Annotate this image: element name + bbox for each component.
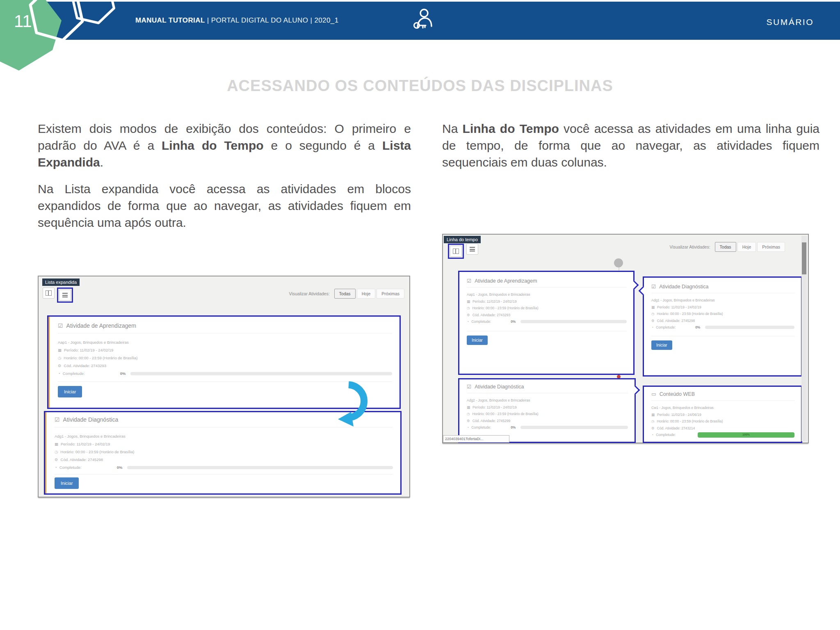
activity-code-text: Cód. Atividade: 2743293	[64, 362, 107, 370]
tooltip-linha-do-tempo: Linha do tempo	[444, 236, 481, 243]
completude-label: Completude:	[471, 424, 507, 431]
timeline-view-button[interactable]	[450, 246, 462, 257]
progress-bar	[520, 426, 628, 429]
document-title: MANUAL TUTORIAL | PORTAL DIGITAL DO ALUN…	[135, 16, 339, 25]
completude-icon: ◔	[58, 370, 60, 377]
tooltip-lista-expandida: Lista expandida	[42, 278, 80, 286]
summary-link[interactable]: SUMÁRIO	[766, 17, 814, 27]
filter-hoje-button[interactable]: Hoje	[357, 289, 376, 299]
filter-label: Visualizar Atividades:	[289, 291, 330, 296]
text-segment: Na	[442, 122, 463, 135]
clock-icon: ◷	[651, 310, 654, 317]
clock-icon: ◷	[467, 411, 470, 418]
progress-value: 0%	[120, 370, 126, 377]
completude-label: Completude:	[656, 431, 691, 438]
card-title: Atividade Diagnóstica	[659, 284, 708, 290]
text-segment-bold: Linha do Tempo	[162, 139, 264, 152]
paragraph-modes: Existem dois modos de exibição dos conte…	[38, 120, 411, 171]
activity-check-icon: ☑	[58, 322, 63, 329]
completude-icon: ◔	[55, 463, 57, 471]
list-view-icon	[62, 293, 68, 297]
code-icon: ⚙	[467, 418, 470, 425]
activity-check-icon: ☑	[55, 416, 60, 423]
activity-code-text: Cód. Atividade: 2745298	[657, 317, 695, 324]
schedule-text: Horário: 00:00 - 23:59 (Horário de Brasí…	[657, 310, 723, 317]
activity-name: Cw1 - Jogos, Brinquedos e Brincadeiras	[651, 404, 794, 411]
code-icon: ⚙	[58, 362, 62, 370]
period-text: Período: 11/02/19 - 24/02/19	[61, 440, 110, 448]
progress-bar	[705, 326, 794, 329]
list-view-button[interactable]	[466, 244, 478, 255]
text-segment-bold: Linha do Tempo	[463, 122, 559, 135]
text-segment: e o segundo é a	[264, 139, 382, 152]
iniciar-button[interactable]: Iniciar	[467, 336, 488, 345]
paragraph-lista-expandida: Na Lista expandida você acessa as ativid…	[38, 180, 411, 231]
person-key-logo-icon	[410, 7, 436, 34]
activity-name: Aap1 - Jogos, Brinquedos e Brincadeiras	[467, 291, 627, 298]
code-icon: ⚙	[651, 425, 655, 432]
page-number: 11	[14, 11, 32, 31]
progress-bar	[127, 466, 393, 469]
card-title-row: ☑ Atividade de Aprendizagem	[58, 322, 392, 333]
list-view-button[interactable]	[59, 290, 71, 301]
progress-bar	[520, 320, 627, 323]
download-status-tab[interactable]: 2204039401TofertaDi...	[443, 435, 509, 443]
schedule-text: Horário: 00:00 - 23:59 (Horário de Brasí…	[472, 305, 538, 312]
card-title: Atividade Diagnóstica	[63, 416, 119, 423]
filter-proximas-button[interactable]: Próximas	[377, 289, 404, 299]
left-text-column: Existem dois modos de exibição dos conte…	[38, 120, 411, 241]
filter-hoje-button[interactable]: Hoje	[737, 242, 756, 252]
annotation-highlight-box	[57, 288, 73, 303]
period-text: Período: 11/02/19 - 24/06/19	[657, 411, 701, 418]
timeline-view-button[interactable]	[43, 288, 55, 299]
activity-name: Adg1 - Jogos, Brinquedos e Brincadeiras	[651, 297, 794, 304]
completude-icon: ◔	[651, 324, 653, 331]
scrollbar[interactable]	[801, 236, 807, 441]
screenshot-linha-do-tempo: Linha do tempo Visualizar Atividades: To…	[442, 234, 809, 443]
activity-name: Aap1 - Jogos, Brinquedos e Brincadeiras	[58, 338, 392, 346]
activity-code-text: Cód. Atividade: 2743293	[472, 312, 511, 319]
card-title-row: ☑ Atividade Diagnóstica	[651, 283, 794, 293]
completude-label: Completude:	[656, 324, 691, 331]
document-title-bold: MANUAL TUTORIAL	[135, 16, 205, 24]
completude-icon: ◔	[467, 318, 469, 325]
calendar-icon: ▦	[651, 304, 655, 311]
activity-name: Adg2 - Jogos, Brinquedos e Brincadeiras	[467, 397, 628, 404]
code-icon: ⚙	[467, 312, 470, 319]
period-text: Período: 11/02/19 - 24/02/19	[472, 298, 517, 305]
activity-card: ☑ Atividade de Aprendizagem Aap1 - Jogos…	[458, 271, 635, 375]
activity-name: Adg1 - Jogos, Brinquedos e Brincadeiras	[55, 432, 393, 440]
card-title: Atividade de Aprendizagem	[475, 278, 537, 284]
timeline-node-icon	[614, 258, 623, 267]
iniciar-button[interactable]: Iniciar	[58, 386, 82, 397]
calendar-icon: ▦	[467, 404, 470, 411]
progress-value: 0%	[511, 318, 516, 325]
clock-icon: ◷	[55, 448, 58, 456]
clock-icon: ◷	[467, 305, 470, 312]
progress-bar	[130, 372, 392, 375]
filter-todas-button[interactable]: Todas	[715, 242, 736, 252]
completude-label: Completude:	[59, 463, 113, 471]
activity-card: ☑ Atividade Diagnóstica Adg1 - Jogos, Br…	[643, 276, 802, 377]
scrollbar-thumb[interactable]	[802, 242, 806, 274]
completude-label: Completude:	[63, 370, 116, 377]
card-title: Atividade Diagnóstica	[475, 384, 524, 390]
completude-icon: ◔	[651, 431, 653, 438]
right-text-column: Na Linha do Tempo você acessa as ativida…	[442, 120, 819, 180]
code-icon: ⚙	[55, 456, 58, 463]
activity-card: ☑ Atividade Diagnóstica Adg2 - Jogos, Br…	[458, 378, 636, 443]
schedule-text: Horário: 00:00 - 23:59 (Horário de Brasí…	[64, 354, 137, 362]
screenshot-lista-expandida: Lista expandida Visualizar Atividades: T…	[38, 276, 410, 498]
filter-todas-button[interactable]: Todas	[334, 289, 356, 299]
calendar-icon: ▦	[467, 298, 470, 305]
completude-label: Completude:	[471, 318, 507, 325]
iniciar-button[interactable]: Iniciar	[55, 477, 79, 489]
activity-code-text: Cód. Atividade: 2745298	[61, 456, 103, 463]
completude-icon: ◔	[467, 424, 469, 431]
card-title: Conteúdo WEB	[660, 391, 695, 397]
schedule-text: Horário: 00:00 - 23:59 (Horário de Brasí…	[472, 411, 538, 418]
filter-proximas-button[interactable]: Próximas	[757, 242, 785, 252]
activity-code-text: Cód. Atividade: 2743214	[657, 425, 695, 432]
text-segment: .	[100, 155, 103, 169]
iniciar-button[interactable]: Iniciar	[651, 340, 672, 350]
